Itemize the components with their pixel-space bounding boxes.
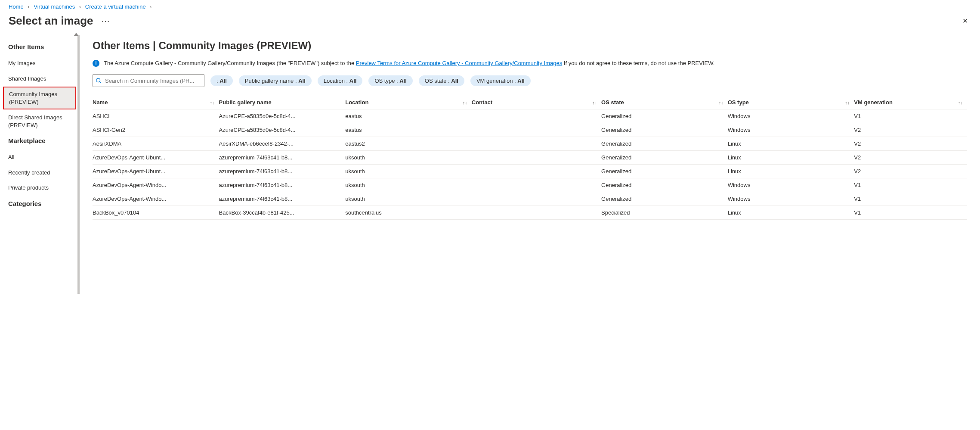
filter-public-gallery-name[interactable]: Public gallery name : All bbox=[239, 75, 312, 86]
cell-contact bbox=[472, 151, 601, 165]
chevron-right-icon: › bbox=[150, 3, 151, 10]
cell-contact bbox=[472, 123, 601, 137]
cell-vmgen: V2 bbox=[854, 123, 967, 137]
cell-gallery: AzureCPE-a5835d0e-5c8d-4... bbox=[219, 123, 346, 137]
cell-location: uksouth bbox=[345, 165, 472, 178]
info-banner: i The Azure Compute Gallery - Community … bbox=[93, 59, 967, 67]
filter-os-state[interactable]: OS state : All bbox=[419, 75, 464, 86]
cell-name: BackBox_v070104 bbox=[93, 206, 219, 220]
col-header-gallery[interactable]: Public gallery name bbox=[219, 96, 346, 109]
cell-vmgen: V1 bbox=[854, 109, 967, 123]
col-header-name[interactable]: Name↑↓ bbox=[93, 96, 219, 109]
sort-icon: ↑↓ bbox=[719, 100, 723, 105]
cell-osstate: Generalized bbox=[601, 192, 728, 206]
sidebar-item-direct-shared-images[interactable]: Direct Shared Images (PREVIEW) bbox=[2, 110, 77, 133]
svg-line-1 bbox=[100, 82, 102, 84]
chevron-right-icon: › bbox=[28, 3, 29, 10]
table-row[interactable]: AzureDevOps-Agent-Ubunt...azurepremium-7… bbox=[93, 151, 967, 165]
cell-ostype: Windows bbox=[728, 109, 854, 123]
sidebar-item-my-images[interactable]: My Images bbox=[2, 56, 77, 71]
content-pane: Other Items | Community Images (PREVIEW)… bbox=[80, 35, 980, 294]
sidebar-group-marketplace: Marketplace bbox=[2, 133, 77, 150]
filter-location[interactable]: Location : All bbox=[318, 75, 363, 86]
sort-icon: ↑↓ bbox=[463, 100, 467, 105]
sort-icon: ↑↓ bbox=[958, 100, 963, 105]
filter-os-type[interactable]: OS type : All bbox=[368, 75, 412, 86]
cell-osstate: Generalized bbox=[601, 178, 728, 192]
more-actions-button[interactable]: ⋯ bbox=[101, 16, 110, 26]
preview-terms-link[interactable]: Preview Terms for Azure Compute Gallery … bbox=[356, 60, 562, 66]
table-row[interactable]: BackBox_v070104BackBox-39ccaf4b-e81f-425… bbox=[93, 206, 967, 220]
breadcrumb-vms[interactable]: Virtual machines bbox=[34, 3, 75, 10]
cell-vmgen: V1 bbox=[854, 206, 967, 220]
cell-osstate: Generalized bbox=[601, 165, 728, 178]
scroll-up-icon[interactable] bbox=[74, 33, 79, 36]
filter-all[interactable]: : All bbox=[210, 75, 233, 86]
cell-name: AzureDevOps-Agent-Ubunt... bbox=[93, 165, 219, 178]
chevron-right-icon: › bbox=[79, 3, 81, 10]
cell-location: southcentralus bbox=[345, 206, 472, 220]
info-text: The Azure Compute Gallery - Community Ga… bbox=[104, 59, 714, 67]
table-header-row: Name↑↓ Public gallery name Location↑↓ Co… bbox=[93, 96, 967, 109]
col-header-vmgen[interactable]: VM generation↑↓ bbox=[854, 96, 967, 109]
cell-gallery: azurepremium-74f63c41-b8... bbox=[219, 151, 346, 165]
cell-contact bbox=[472, 206, 601, 220]
table-row[interactable]: AzureDevOps-Agent-Ubunt...azurepremium-7… bbox=[93, 165, 967, 178]
table-row[interactable]: AesirXDMAAesirXDMA-eb6ecef8-2342-...east… bbox=[93, 137, 967, 151]
sidebar-item-community-images[interactable]: Community Images (PREVIEW) bbox=[3, 87, 76, 109]
filter-row: : All Public gallery name : All Location… bbox=[93, 74, 967, 87]
cell-name: AzureDevOps-Agent-Ubunt... bbox=[93, 151, 219, 165]
sidebar-item-all[interactable]: All bbox=[2, 150, 77, 165]
cell-gallery: azurepremium-74f63c41-b8... bbox=[219, 165, 346, 178]
search-box bbox=[93, 74, 204, 87]
cell-name: AesirXDMA bbox=[93, 137, 219, 151]
content-heading: Other Items | Community Images (PREVIEW) bbox=[93, 40, 967, 52]
cell-ostype: Linux bbox=[728, 165, 854, 178]
cell-ostype: Windows bbox=[728, 123, 854, 137]
breadcrumb-create-vm[interactable]: Create a virtual machine bbox=[85, 3, 146, 10]
cell-name: ASHCI-Gen2 bbox=[93, 123, 219, 137]
col-header-ostype[interactable]: OS type↑↓ bbox=[728, 96, 854, 109]
cell-location: eastus bbox=[345, 109, 472, 123]
cell-gallery: AzureCPE-a5835d0e-5c8d-4... bbox=[219, 109, 346, 123]
table-row[interactable]: ASHCIAzureCPE-a5835d0e-5c8d-4...eastusGe… bbox=[93, 109, 967, 123]
cell-contact bbox=[472, 192, 601, 206]
cell-osstate: Generalized bbox=[601, 151, 728, 165]
breadcrumb-home[interactable]: Home bbox=[9, 3, 24, 10]
cell-gallery: BackBox-39ccaf4b-e81f-425... bbox=[219, 206, 346, 220]
cell-vmgen: V2 bbox=[854, 151, 967, 165]
table-row[interactable]: AzureDevOps-Agent-Windo...azurepremium-7… bbox=[93, 192, 967, 206]
col-header-contact[interactable]: Contact↑↓ bbox=[472, 96, 601, 109]
sidebar-group-categories: Categories bbox=[2, 196, 77, 212]
table-row[interactable]: AzureDevOps-Agent-Windo...azurepremium-7… bbox=[93, 178, 967, 192]
filter-vm-generation[interactable]: VM generation : All bbox=[470, 75, 531, 86]
sort-icon: ↑↓ bbox=[592, 100, 597, 105]
sidebar: Other Items My Images Shared Images Comm… bbox=[0, 35, 80, 294]
table-row[interactable]: ASHCI-Gen2AzureCPE-a5835d0e-5c8d-4...eas… bbox=[93, 123, 967, 137]
search-icon bbox=[96, 78, 102, 84]
search-input[interactable] bbox=[93, 74, 204, 87]
col-header-location[interactable]: Location↑↓ bbox=[345, 96, 472, 109]
cell-osstate: Generalized bbox=[601, 109, 728, 123]
cell-osstate: Generalized bbox=[601, 137, 728, 151]
close-icon[interactable]: ✕ bbox=[959, 14, 971, 28]
cell-location: uksouth bbox=[345, 192, 472, 206]
cell-contact bbox=[472, 178, 601, 192]
cell-name: AzureDevOps-Agent-Windo... bbox=[93, 192, 219, 206]
cell-gallery: azurepremium-74f63c41-b8... bbox=[219, 178, 346, 192]
sidebar-item-private-products[interactable]: Private products bbox=[2, 180, 77, 196]
cell-location: uksouth bbox=[345, 151, 472, 165]
sidebar-item-recently-created[interactable]: Recently created bbox=[2, 165, 77, 181]
cell-osstate: Specialized bbox=[601, 206, 728, 220]
cell-vmgen: V2 bbox=[854, 165, 967, 178]
sidebar-group-other-items: Other Items bbox=[2, 39, 77, 56]
cell-contact bbox=[472, 137, 601, 151]
cell-contact bbox=[472, 109, 601, 123]
sidebar-item-shared-images[interactable]: Shared Images bbox=[2, 71, 77, 87]
svg-point-0 bbox=[96, 78, 100, 82]
cell-location: uksouth bbox=[345, 178, 472, 192]
cell-vmgen: V2 bbox=[854, 137, 967, 151]
cell-gallery: AesirXDMA-eb6ecef8-2342-... bbox=[219, 137, 346, 151]
col-header-osstate[interactable]: OS state↑↓ bbox=[601, 96, 728, 109]
sort-icon: ↑↓ bbox=[845, 100, 850, 105]
